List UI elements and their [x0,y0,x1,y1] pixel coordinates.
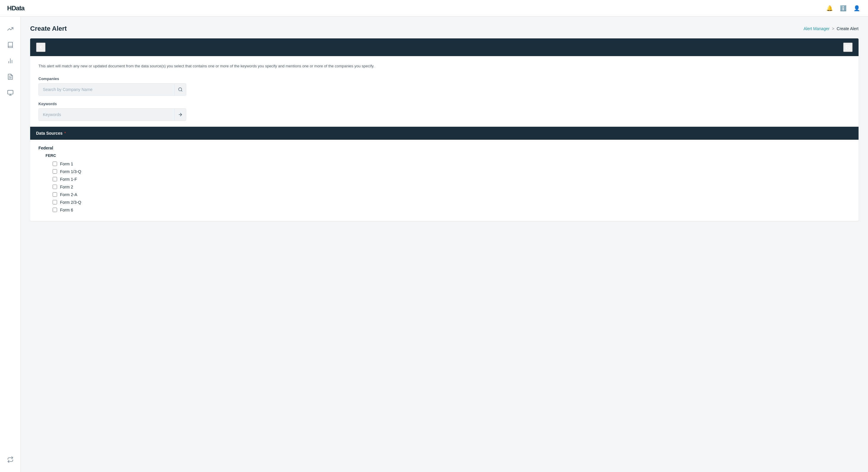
navbar: HData 🔔 ℹ️ 👤 [0,0,868,16]
checkbox-form2[interactable] [53,184,57,189]
category-federal: Federal [38,146,850,150]
sidebar-item-transfer[interactable] [4,453,17,466]
list-item[interactable]: Form 1 [38,160,850,168]
keywords-label: Keywords [38,102,850,106]
companies-input-wrapper [38,83,186,96]
create-alert-card: This alert will match any new or updated… [30,38,859,221]
companies-label: Companies [38,76,850,81]
checkbox-form1[interactable] [53,162,57,166]
checkbox-form6[interactable] [53,208,57,212]
breadcrumb-separator: > [832,26,834,31]
sidebar-item-tools[interactable] [4,86,17,99]
sidebar-item-trending[interactable] [4,23,17,35]
data-sources-header: Data Sources * [30,127,859,140]
list-item[interactable]: Form 1/3-Q [38,168,850,175]
form6-label: Form 6 [60,208,73,212]
form1-3q-label: Form 1/3-Q [60,169,81,174]
companies-search-button[interactable] [174,83,186,95]
keywords-submit-button[interactable] [174,109,186,121]
list-item[interactable]: Form 1-F [38,175,850,183]
breadcrumb-alert-manager[interactable]: Alert Manager [804,26,830,31]
info-icon[interactable]: ℹ️ [839,4,847,12]
checkbox-form1-3q[interactable] [53,169,57,174]
back-button[interactable] [36,42,45,52]
companies-search-input[interactable] [39,84,174,95]
page-title: Create Alert [30,25,67,33]
sidebar-item-notes[interactable] [4,70,17,83]
card-header [30,38,859,56]
keywords-field-group: Keywords [38,102,850,121]
sub-category-ferc: FERC [38,153,850,158]
keywords-input[interactable] [39,109,174,120]
list-item[interactable]: Form 6 [38,206,850,214]
sidebar-item-charts[interactable] [4,54,17,67]
list-item[interactable]: Form 2/3-Q [38,199,850,206]
breadcrumb: Alert Manager > Create Alert [804,26,859,31]
form2-label: Form 2 [60,184,73,189]
required-indicator: * [64,131,66,136]
form2a-label: Form 2-A [60,192,77,197]
companies-field-group: Companies [38,76,850,96]
form1-label: Form 1 [60,162,73,166]
sidebar-item-documents[interactable] [4,38,17,52]
checkbox-form1f[interactable] [53,177,57,181]
list-item[interactable]: Form 2 [38,183,850,191]
navbar-icons: 🔔 ℹ️ 👤 [826,4,861,12]
form2-3q-label: Form 2/3-Q [60,200,81,205]
svg-line-9 [181,90,182,91]
alert-description: This alert will match any new or updated… [38,63,850,69]
logo-data: Data [11,4,25,12]
sidebar-bottom [4,453,17,466]
logo-h: H [7,4,11,12]
checkbox-form2a[interactable] [53,192,57,197]
app-logo[interactable]: HData [7,4,25,12]
save-button[interactable] [843,42,852,52]
keywords-input-wrapper [38,108,186,121]
form1f-label: Form 1-F [60,177,77,182]
notification-icon[interactable]: 🔔 [826,4,834,12]
checkbox-form2-3q[interactable] [53,200,57,204]
svg-rect-5 [7,90,13,94]
breadcrumb-current: Create Alert [837,26,859,31]
sidebar [0,16,21,472]
main-content: Create Alert Alert Manager > Create Aler… [21,16,868,472]
list-item[interactable]: Form 2-A [38,191,850,199]
data-sources-title: Data Sources [36,131,62,136]
card-body: This alert will match any new or updated… [30,56,859,221]
data-source-list: Federal FERC Form 1 Form 1/3-Q For [38,140,850,214]
data-sources-section: Data Sources * Federal FERC Form 1 [38,127,850,214]
page-header: Create Alert Alert Manager > Create Aler… [30,25,859,33]
user-icon[interactable]: 👤 [852,4,861,12]
